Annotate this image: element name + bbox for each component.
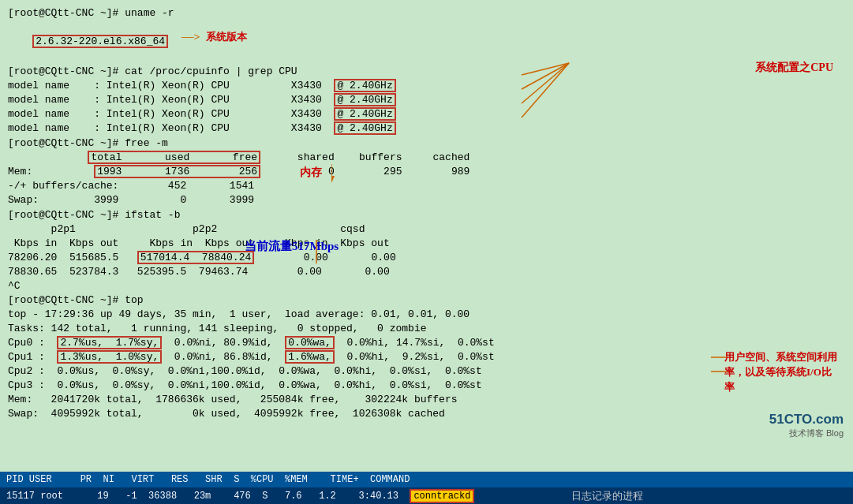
- td-user: root: [40, 491, 63, 502]
- line-top-cmd: [root@CQtt-CNC ~]# top: [8, 293, 845, 308]
- cpu0-wa-box: 0.0%wa,: [285, 336, 335, 349]
- io-arrows: [711, 349, 727, 409]
- line-top-uptime: top - 17:29:36 up 49 days, 35 min, 1 use…: [8, 308, 845, 322]
- svg-marker-5: [331, 176, 335, 183]
- line-buffers: -/+ buffers/cache: 452 1541: [8, 179, 845, 193]
- td-time: 3:40.13: [359, 491, 398, 502]
- cpu-freq-2: @ 2.40GHz: [334, 93, 395, 106]
- site-logo: 51CTO.com 技术博客 Blog: [769, 412, 844, 439]
- table-header-row: PID USER PR NI VIRT RES SHR S %CPU %MEM …: [0, 472, 853, 487]
- cpu-freq-1: @ 2.40GHz: [334, 79, 395, 92]
- line-free-cmd: [root@CQtt-CNC ~]# free -m: [8, 136, 845, 151]
- mem-header-box: total used free: [88, 151, 260, 164]
- cpu-freq-3: @ 2.40GHz: [334, 107, 395, 121]
- version-arrow: ——> 系统版本: [181, 30, 247, 44]
- th-pid: PID: [6, 474, 24, 485]
- terminal: [root@CQtt-CNC ~]# uname -r 2.6.32-220.e…: [0, 0, 853, 473]
- td-pr: 19: [97, 491, 108, 502]
- th-ni: NI: [103, 474, 114, 485]
- line-ifstat-row1: 78206.20 515685.5 517014.4 78840.24 0.00…: [8, 251, 845, 265]
- line-mem-row: Mem: 1993 1736 256 0 295 989: [8, 165, 845, 179]
- th-s: S: [234, 474, 239, 485]
- line-ifstat-iface: p2p1 p2p2 cqsd: [8, 222, 845, 237]
- ifstat-box: 517014.4 78840.24: [137, 251, 254, 264]
- memory-annotation: 内存: [300, 166, 322, 180]
- line-version: 2.6.32-220.el6.x86_64: [8, 21, 845, 63]
- line-swap-top: Swap: 4095992k total, 0k used, 4095992k …: [8, 407, 845, 421]
- line-ifstat-header: Kbps in Kbps out Kbps in Kbps out Kbps i…: [8, 237, 845, 251]
- table-section: PID USER PR NI VIRT RES SHR S %CPU %MEM …: [0, 472, 853, 504]
- line-top-tasks: Tasks: 142 total, 1 running, 141 sleepin…: [8, 322, 845, 336]
- version-annotation: 系统版本: [206, 31, 247, 43]
- td-s: S: [262, 491, 267, 502]
- td-pid: 15117: [6, 491, 35, 502]
- line-ifstat-cmd: [root@CQtt-CNC ~]# ifstat -b: [8, 208, 845, 222]
- cpu1-wa-box: 1.6%wa,: [285, 350, 335, 364]
- td-virt: 36388: [148, 491, 177, 502]
- line-ctrl-c: ^C: [8, 279, 845, 293]
- td-ni: -1: [125, 491, 137, 502]
- memory-arrow: [331, 164, 363, 184]
- line-prompt-uname: [root@CQtt-CNC ~]# uname -r: [8, 6, 845, 21]
- th-mem: %MEM: [285, 474, 308, 485]
- cpu0-us-box: 2.7%us, 1.7%sy,: [57, 336, 162, 349]
- th-time: TIME+: [331, 474, 359, 485]
- line-mem-header: total used free shared buffers cached: [8, 151, 845, 165]
- version-box: 2.6.32-220.el6.x86_64: [32, 35, 168, 48]
- logo-sub: 技术博客 Blog: [769, 427, 844, 439]
- cpu-annotation: 系统配置之CPU: [755, 61, 833, 75]
- logo-main: 51CTO.com: [769, 412, 844, 427]
- td-shr: 476: [234, 491, 251, 502]
- td-res: 23m: [194, 491, 211, 502]
- td-cpu: 7.6: [285, 491, 302, 502]
- th-shr: SHR: [205, 474, 223, 485]
- process-annotation: 日志记录的进程: [571, 489, 643, 503]
- table-data-row: 15117 root 19 -1 36388 23m 476 S 7.6 1.2…: [0, 487, 853, 504]
- th-virt: VIRT: [131, 474, 154, 485]
- mem-values-box: 1993 1736 256: [94, 165, 260, 178]
- th-user: USER: [29, 474, 52, 485]
- th-cpu: %CPU: [251, 474, 274, 485]
- line-ifstat-row2: 78830.65 523784.3 525395.5 79463.74 0.00…: [8, 265, 845, 279]
- td-command: conntrackd: [410, 489, 474, 503]
- cpu-annotation-arrows: [569, 63, 727, 126]
- line-cpu0: Cpu0 : 2.7%us, 1.7%sy, 0.0%ni, 80.9%id, …: [8, 336, 845, 350]
- th-res: RES: [171, 474, 189, 485]
- th-command: COMMAND: [370, 474, 410, 485]
- cpu1-us-box: 1.3%us, 1.0%sy,: [57, 350, 162, 364]
- th-pr: PR: [80, 474, 92, 485]
- line-swap: Swap: 3999 0 3999: [8, 193, 845, 207]
- bandwidth-annotation: 当前流量517Mbps: [245, 239, 339, 254]
- io-annotation: 用户空间、系统空间利用率，以及等待系统I/O比率: [724, 349, 839, 394]
- bandwidth-arrow-line: [316, 240, 317, 263]
- cpu-freq-4: @ 2.40GHz: [334, 121, 395, 135]
- td-mem: 1.2: [319, 491, 336, 502]
